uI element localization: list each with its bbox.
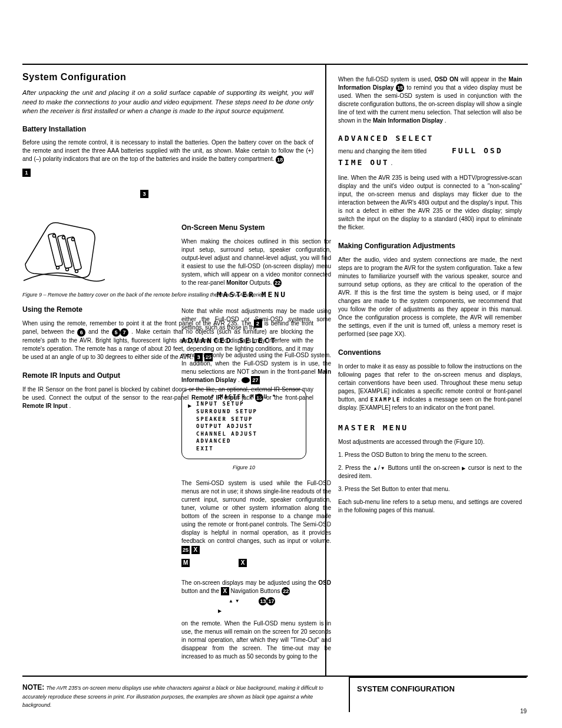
icon-ref-18: 18 <box>276 156 284 164</box>
icon-ref-box-X3: X <box>221 587 229 595</box>
semi-osd-p2: M X <box>181 559 331 567</box>
battery-paragraph-2: 1 <box>22 169 313 177</box>
right-arrow-icon <box>218 607 222 614</box>
conv-p: In order to make it as easy as possible … <box>338 363 522 412</box>
osd-adv-select-inline: Note that while most adjustments may be … <box>181 307 331 332</box>
conv-heading: Conventions <box>338 348 522 358</box>
osd-p3b: menu, may only be adjusted using the Ful… <box>181 351 331 384</box>
nav-heading: Making Configuration Adjustments <box>338 241 522 251</box>
svg-point-7 <box>66 268 69 271</box>
page-subtitle: After unpacking the unit and placing it … <box>22 88 313 116</box>
advanced-select-block: ADVANCED SELECT <box>338 133 522 144</box>
osd-item-3: OUTPUT ADJUST <box>196 423 303 430</box>
icon-ref-box-X: X <box>191 546 200 554</box>
battery-heading: Battery Installation <box>22 124 313 134</box>
icon-ref-box-27: 27 <box>251 376 259 384</box>
icon-ref-22: 22 <box>273 279 282 287</box>
icon-ref-box-X2: X <box>239 559 247 567</box>
icon-ref-13b: 13 <box>259 597 267 605</box>
battery-paragraph-3: 3 <box>22 190 313 198</box>
footer-note-left: NOTE: The AVR 235's on-screen menu displ… <box>22 683 329 709</box>
right-p2: line. When the AVR 235 is being used wit… <box>338 174 522 232</box>
semi-osd-nav: The on-screen displays may be adjusted u… <box>181 579 331 595</box>
footer-right-block: SYSTEM CONFIGURATION <box>349 677 527 712</box>
osd-item-2: SPEAKER SETUP <box>196 416 303 423</box>
svg-point-4 <box>62 236 65 239</box>
nav-p: After the audio, video and system connec… <box>338 256 522 338</box>
step-3: 3. Press the Set Button to enter that me… <box>338 485 522 493</box>
master-menu-label-inline: MASTER MENU <box>217 289 331 300</box>
semi-osd-p: The Semi-OSD system is used while the Fu… <box>181 479 331 554</box>
osd-cursor-icon <box>188 401 191 410</box>
note-body: The AVR 235's on-screen menu displays us… <box>22 685 323 708</box>
icon-ref-5: 5 <box>112 328 120 337</box>
svg-point-8 <box>75 270 78 273</box>
time-out-block: TIME OUT . <box>338 157 522 168</box>
page-number: 19 <box>520 707 527 716</box>
icon-ref-box-1: 1 <box>22 169 31 177</box>
battery-illustration <box>22 210 105 286</box>
svg-point-3 <box>53 235 56 238</box>
osd-item-4: CHANNEL ADJUST <box>196 430 303 438</box>
full-osd-right: FULL OSD <box>452 146 503 155</box>
nav-arrows-row: 1317 <box>181 597 331 605</box>
osd-item-6: EXIT <box>196 445 303 453</box>
note-heading: NOTE: <box>22 683 44 691</box>
down-arrow-icon-r <box>380 465 386 471</box>
icon-ref-box-25b: 25 <box>181 546 190 554</box>
osd-item-1: SURROUND SETUP <box>196 408 303 416</box>
up-arrow-icon-r <box>373 465 378 471</box>
oval-dot-icon <box>242 377 250 383</box>
step-note: Each sub-menu line refers to a setup men… <box>338 498 522 515</box>
master-p: Most adjustments are accessed through th… <box>338 438 522 446</box>
step-2: 2. Press the / Buttons until the on-scre… <box>338 464 522 480</box>
icon-ref-box-M: M <box>181 559 190 567</box>
advanced-select-right: ADVANCED SELECT <box>338 134 434 143</box>
full-osd-block: menu and changing the item titled FULL O… <box>338 146 522 156</box>
svg-point-5 <box>72 238 75 241</box>
page-content: System Configuration After unpacking the… <box>22 64 528 677</box>
icon-ref-6: 6 <box>77 328 85 337</box>
osd-item-0: INPUT SETUP <box>196 400 303 408</box>
master-menu-osd-box: * MASTER MENU * INPUT SETUP SURROUND SET… <box>181 389 306 459</box>
advanced-select-inline: ADVANCED SELECT <box>181 335 331 346</box>
nav-right-arrow <box>218 607 331 615</box>
right-p1: When the full-OSD system is used, OSD ON… <box>338 75 522 125</box>
right-column: When the full-OSD system is used, OSD ON… <box>325 65 528 676</box>
osd-item-5: ADVANCED <box>196 437 303 445</box>
page-title: System Configuration <box>22 71 313 84</box>
semi-osd-tail: on the remote. When the Full-OSD menu sy… <box>181 620 331 661</box>
svg-point-6 <box>57 266 59 269</box>
down-arrow-icon <box>235 597 240 604</box>
up-arrow-icon <box>229 597 233 604</box>
battery-text: Before using the remote control, it is n… <box>22 139 313 162</box>
step-1: 1. Press the OSD Button to bring the men… <box>338 451 522 459</box>
time-out-right: TIME OUT <box>338 158 389 167</box>
icon-ref-15: 15 <box>396 84 404 92</box>
battery-paragraph: Before using the remote control, it is n… <box>22 139 313 163</box>
osd-box-title: * MASTER MENU * <box>196 393 303 401</box>
osd-heading: On-Screen Menu System <box>181 223 331 233</box>
figure-10-caption: Figure 10 <box>181 464 306 472</box>
osd-p1: When making the choices outlined in this… <box>181 238 331 287</box>
icon-ref-17: 17 <box>267 597 275 605</box>
left-column: System Configuration After unpacking the… <box>22 65 325 676</box>
master-menu-right: MASTER MENU <box>338 423 408 432</box>
icon-ref-7: 7 <box>120 328 128 337</box>
icon-ref-box-3: 3 <box>140 190 148 198</box>
right-arrow-icon-r <box>462 465 466 471</box>
icon-ref-22b: 22 <box>282 587 290 595</box>
footer-label: SYSTEM CONFIGURATION <box>357 684 523 694</box>
